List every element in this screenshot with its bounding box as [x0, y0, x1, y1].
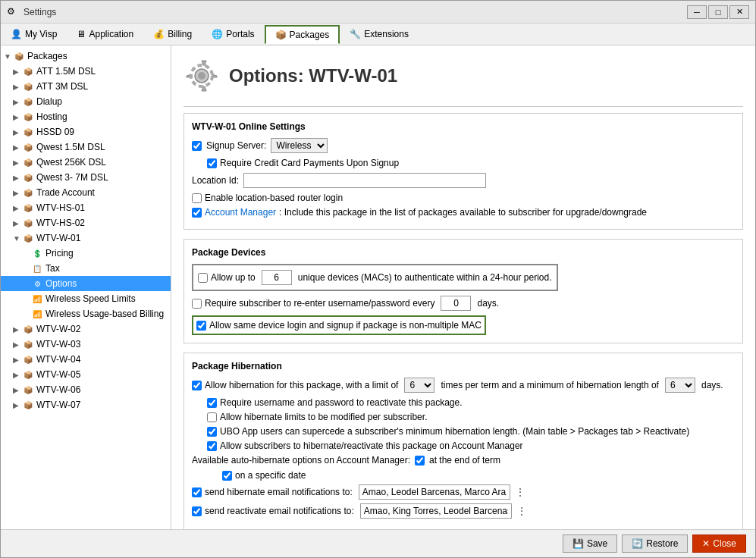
- close-icon: ✕: [702, 538, 710, 549]
- pkg-icon: 📦: [22, 353, 34, 365]
- app-icon: ⚙: [7, 6, 19, 18]
- sidebar-item-wtv-hs-02[interactable]: ▶ 📦 WTV-HS-02: [1, 215, 171, 230]
- sidebar-item-wireless-speed[interactable]: 📶 Wireless Speed Limits: [1, 291, 171, 306]
- sidebar-item-qwest-3-7m[interactable]: ▶ 📦 Qwest 3- 7M DSL: [1, 170, 171, 185]
- online-settings-section: WTV-W-01 Online Settings Signup Server: …: [184, 113, 743, 230]
- account-manager-checkbox[interactable]: [192, 208, 202, 218]
- allow-up-to-checkbox[interactable]: [198, 273, 208, 283]
- sidebar-item-wtv-w-04[interactable]: ▶ 📦 WTV-W-04: [1, 352, 171, 367]
- allow-subscribers-row: Allow subscribers to hibernate/reactivat…: [192, 440, 735, 451]
- sidebar-item-wtv-w-05[interactable]: ▶ 📦 WTV-W-05: [1, 367, 171, 382]
- require-username-row: Require username and password to reactiv…: [192, 397, 735, 408]
- limit-select[interactable]: 6312: [404, 378, 434, 393]
- my-visp-icon: 👤: [11, 29, 22, 39]
- auto-hibernate-label: Available auto-hibernate options on Acco…: [192, 455, 410, 466]
- sidebar-item-att-3m[interactable]: ▶ 📦 ATT 3M DSL: [1, 79, 171, 94]
- sidebar-item-wtv-w-02[interactable]: ▶ 📦 WTV-W-02: [1, 321, 171, 337]
- arrow-icon: ▶: [13, 98, 22, 106]
- sidebar-item-dialup[interactable]: ▶ 📦 Dialup: [1, 94, 171, 109]
- svg-point-3: [198, 72, 205, 80]
- pkg-icon: 📦: [22, 111, 34, 123]
- allow-same-device-checkbox[interactable]: [196, 321, 206, 331]
- require-cc-checkbox[interactable]: [207, 158, 217, 168]
- sidebar-item-wtv-w-07[interactable]: ▶ 📦 WTV-W-07: [1, 397, 171, 412]
- signup-server-checkbox[interactable]: [192, 141, 202, 151]
- arrow-icon: ▶: [13, 158, 22, 167]
- reactivate-email-input[interactable]: [360, 503, 512, 519]
- sidebar-label: WTV-W-07: [36, 400, 80, 410]
- allow-hibernate-limits-checkbox[interactable]: [207, 412, 217, 422]
- devices-count-input[interactable]: [262, 270, 292, 285]
- sidebar-item-options[interactable]: ⚙ Options: [1, 276, 171, 291]
- sidebar-item-wtv-w-01[interactable]: ▼ 📦 WTV-W-01: [1, 230, 171, 246]
- save-button[interactable]: 💾 Save: [563, 534, 617, 553]
- sidebar-item-hosting[interactable]: ▶ 📦 Hosting: [1, 109, 171, 124]
- arrow-icon: [22, 280, 31, 288]
- tab-extensions[interactable]: 🔧 Extensions: [340, 25, 419, 43]
- pkg-icon: 📦: [22, 399, 34, 411]
- pkg-icon: 📦: [22, 202, 34, 214]
- location-id-row: Location Id:: [192, 173, 735, 188]
- allow-hibernate-limits-label: Allow hibernate limits to be modified pe…: [220, 412, 427, 422]
- sidebar-item-wireless-usage[interactable]: 📶 Wireless Usage-based Billing: [1, 306, 171, 321]
- sidebar-item-att-1-5m[interactable]: ▶ 📦 ATT 1.5M DSL: [1, 64, 171, 79]
- arrow-icon: ▼: [4, 52, 13, 61]
- minimize-button[interactable]: ─: [687, 5, 707, 19]
- main-window: ⚙ Settings ─ □ ✕ 👤 My Visp 🖥 Application…: [0, 0, 756, 558]
- sidebar-item-packages-root[interactable]: ▼ 📦 Packages: [1, 49, 171, 64]
- allow-hibernation-label: Allow hibernation for this package, with…: [205, 380, 398, 390]
- pkg-icon: 📦: [22, 80, 34, 92]
- allow-same-device-label: Allow same device login and signup if pa…: [209, 320, 482, 331]
- maximize-button[interactable]: □: [708, 5, 728, 19]
- sidebar-label: WTV-HS-01: [36, 202, 85, 213]
- restore-icon: 🔄: [632, 538, 643, 549]
- auto-hibernate-row: Available auto-hibernate options on Acco…: [192, 455, 735, 466]
- options-icon: ⚙: [31, 277, 43, 290]
- ubo-app-checkbox[interactable]: [207, 427, 217, 437]
- send-hibernate-checkbox[interactable]: [192, 487, 202, 497]
- tab-billing[interactable]: 💰 Billing: [143, 25, 202, 43]
- reenter-days-input[interactable]: [441, 296, 471, 311]
- hibernate-email-input[interactable]: [359, 484, 510, 500]
- on-specific-date-checkbox[interactable]: [222, 471, 232, 481]
- tab-extensions-label: Extensions: [364, 29, 409, 39]
- reactivate-email-menu-button[interactable]: ⋮: [515, 505, 529, 517]
- min-length-select[interactable]: 6312: [665, 378, 695, 393]
- allow-subscribers-checkbox[interactable]: [207, 441, 217, 451]
- close-button[interactable]: ✕ Close: [692, 534, 746, 553]
- allow-hibernation-checkbox[interactable]: [192, 381, 202, 390]
- account-manager-link[interactable]: Account Manager: [205, 207, 276, 218]
- sidebar-item-qwest-1-5m[interactable]: ▶ 📦 Qwest 1.5M DSL: [1, 140, 171, 155]
- sidebar-item-qwest-256k[interactable]: ▶ 📦 Qwest 256K DSL: [1, 155, 171, 170]
- sidebar-item-tax[interactable]: 📋 Tax: [1, 261, 171, 276]
- tab-my-visp[interactable]: 👤 My Visp: [1, 25, 67, 43]
- sidebar-item-hssd-09[interactable]: ▶ 📦 HSSD 09: [1, 124, 171, 140]
- at-end-of-term-checkbox[interactable]: [415, 456, 425, 466]
- hibernate-email-menu-button[interactable]: ⋮: [513, 486, 527, 498]
- restore-button[interactable]: 🔄 Restore: [622, 534, 688, 553]
- tab-portals[interactable]: 🌐 Portals: [202, 25, 264, 43]
- window-close-button[interactable]: ✕: [729, 5, 749, 19]
- arrow-icon: ▼: [13, 234, 22, 243]
- tab-packages[interactable]: 📦 Packages: [265, 25, 340, 44]
- send-hibernate-label: send hibernate email notifications to:: [205, 487, 353, 497]
- tab-application[interactable]: 🖥 Application: [67, 25, 143, 43]
- sidebar-item-wtv-w-06[interactable]: ▶ 📦 WTV-W-06: [1, 382, 171, 397]
- location-id-label: Location Id:: [192, 175, 239, 186]
- window-title: Settings: [24, 7, 687, 17]
- require-username-checkbox[interactable]: [207, 398, 217, 408]
- sidebar-item-trade-account[interactable]: ▶ 📦 Trade Account: [1, 185, 171, 200]
- signup-server-select[interactable]: Wireless Standard None: [271, 138, 328, 153]
- require-reenter-checkbox[interactable]: [192, 299, 202, 309]
- sidebar-item-wtv-hs-01[interactable]: ▶ 📦 WTV-HS-01: [1, 200, 171, 215]
- enable-location-checkbox[interactable]: [192, 193, 202, 203]
- location-id-input[interactable]: [243, 173, 486, 188]
- arrow-icon: ▶: [13, 128, 22, 136]
- sidebar-label: Trade Account: [36, 187, 95, 198]
- sidebar-item-pricing[interactable]: 💲 Pricing: [1, 246, 171, 261]
- ubo-app-label: UBO App users can supercede a subscriber…: [220, 426, 689, 437]
- package-devices-section: Package Devices Allow up to unique devic…: [184, 239, 743, 343]
- send-reactivate-checkbox[interactable]: [192, 506, 202, 516]
- require-reenter-suffix: days.: [477, 298, 499, 309]
- sidebar-item-wtv-w-03[interactable]: ▶ 📦 WTV-W-03: [1, 337, 171, 352]
